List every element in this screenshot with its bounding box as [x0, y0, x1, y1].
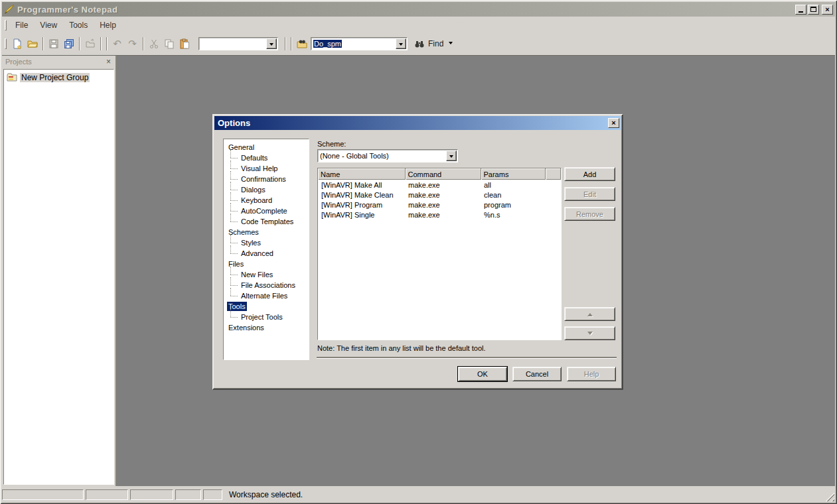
status-pane: [86, 489, 128, 500]
cancel-button[interactable]: Cancel: [512, 367, 562, 381]
tree-item-code-templates[interactable]: Code Templates: [224, 216, 309, 227]
ok-button[interactable]: OK: [458, 367, 507, 381]
table-row[interactable]: [WinAVR] Single make.exe %n.s: [318, 210, 561, 220]
close-icon: ×: [825, 6, 829, 13]
tree-item-autocomplete[interactable]: AutoComplete: [224, 206, 309, 216]
cell-command: make.exe: [405, 210, 481, 220]
file-combo[interactable]: [198, 37, 278, 50]
scheme-combo[interactable]: (None - Global Tools): [317, 149, 458, 162]
options-dialog-title: Options: [218, 118, 608, 128]
cell-params: program: [481, 200, 545, 210]
find-dropdown-button[interactable]: [446, 36, 455, 51]
tree-item-advanced[interactable]: Advanced: [224, 248, 309, 259]
tree-item-schemes[interactable]: Schemes: [224, 227, 309, 237]
tree-item-alternate-files[interactable]: Alternate Files: [224, 290, 309, 301]
tree-item-keyboard[interactable]: Keyboard: [224, 195, 309, 206]
cell-name: [WinAVR] Make All: [318, 180, 405, 190]
tree-item-confirmations[interactable]: Confirmations: [224, 174, 309, 184]
minimize-button[interactable]: [795, 5, 806, 15]
cell-params: all: [481, 180, 545, 190]
tree-item-tools[interactable]: Tools: [224, 301, 309, 312]
file-combo-dropdown-button[interactable]: [266, 38, 277, 49]
tree-item-extensions[interactable]: Extensions: [224, 322, 309, 333]
save-all-button[interactable]: [61, 36, 76, 51]
find-button-label[interactable]: Find: [428, 39, 443, 48]
save-all-icon: [64, 38, 74, 49]
project-group-icon: [7, 72, 17, 83]
toolbar-group-separator: [106, 37, 107, 50]
toolbar-separator: [143, 37, 143, 50]
find-in-files-button[interactable]: [294, 36, 309, 51]
project-group-item[interactable]: New Project Group: [5, 72, 112, 83]
tree-item-files[interactable]: Files: [224, 259, 309, 269]
new-file-button[interactable]: [9, 36, 25, 51]
cell-command: make.exe: [405, 190, 481, 200]
separator: [317, 357, 617, 358]
close-button[interactable]: ×: [822, 5, 833, 15]
close-folder-icon: [85, 38, 96, 49]
column-header-command[interactable]: Command: [405, 168, 481, 180]
paste-button[interactable]: [177, 36, 192, 51]
redo-button[interactable]: ↷: [125, 36, 140, 51]
cell-name: [WinAVR] Program: [318, 200, 405, 210]
copy-button[interactable]: [161, 36, 177, 51]
edit-button[interactable]: Edit: [564, 187, 615, 201]
move-down-button[interactable]: [564, 326, 615, 340]
new-file-icon: [12, 38, 23, 49]
column-header-params[interactable]: Params: [481, 168, 545, 180]
note-text: Note: The first item in any list will be…: [317, 344, 486, 352]
cell-name: [WinAVR] Single: [318, 210, 405, 220]
tree-item-general[interactable]: General: [224, 142, 309, 153]
find-combo[interactable]: Do_spm: [311, 37, 408, 50]
save-icon: [48, 38, 59, 49]
chevron-down-icon: [449, 155, 453, 160]
chevron-down-icon: [449, 42, 453, 46]
table-row[interactable]: [WinAVR] Make Clean make.exe clean: [318, 190, 561, 200]
maximize-button[interactable]: [808, 5, 819, 15]
status-pane: [175, 489, 201, 500]
app-window: Programmer's Notepad × File View Tools H…: [0, 0, 837, 504]
add-button[interactable]: Add: [564, 167, 615, 181]
options-dialog-titlebar[interactable]: Options ×: [214, 116, 621, 130]
menu-view[interactable]: View: [34, 19, 63, 32]
cut-button[interactable]: [146, 36, 161, 51]
tree-item-new-files[interactable]: New Files: [224, 269, 309, 280]
projects-panel-close-button[interactable]: ×: [105, 58, 112, 66]
tree-item-defaults[interactable]: Defaults: [224, 153, 309, 163]
tree-item-styles[interactable]: Styles: [224, 237, 309, 248]
tree-item-visual-help[interactable]: Visual Help: [224, 163, 309, 174]
projects-panel-header: Projects ×: [2, 56, 115, 68]
find-button[interactable]: [413, 36, 426, 51]
scheme-combo-dropdown-button[interactable]: [446, 151, 457, 161]
remove-button[interactable]: Remove: [564, 207, 615, 221]
toolbar-separator: [42, 37, 43, 50]
help-button[interactable]: Help: [567, 367, 616, 381]
redo-icon: ↷: [128, 39, 137, 49]
undo-button[interactable]: ↶: [110, 36, 125, 51]
cell-command: make.exe: [405, 200, 481, 210]
options-category-tree: General Defaults Visual Help Confirmatio…: [223, 139, 309, 360]
window-titlebar[interactable]: Programmer's Notepad ×: [2, 2, 835, 17]
resize-grip[interactable]: [826, 493, 834, 501]
tree-item-file-associations[interactable]: File Associations: [224, 280, 309, 290]
menu-tools[interactable]: Tools: [63, 19, 94, 32]
menu-help[interactable]: Help: [94, 19, 122, 32]
find-combo-dropdown-button[interactable]: [396, 38, 406, 49]
tree-item-project-tools[interactable]: Project Tools: [224, 312, 309, 322]
arrow-down-icon: [587, 332, 593, 338]
close-file-button[interactable]: [82, 36, 98, 51]
column-header-name[interactable]: Name: [318, 168, 405, 180]
menu-file[interactable]: File: [9, 19, 34, 32]
scheme-combo-value: (None - Global Tools): [318, 152, 445, 160]
menubar-grip[interactable]: [5, 20, 7, 31]
table-row[interactable]: [WinAVR] Program make.exe program: [318, 200, 561, 210]
project-group-label: New Project Group: [20, 73, 90, 82]
move-up-button[interactable]: [564, 307, 615, 321]
table-row[interactable]: [WinAVR] Make All make.exe all: [318, 180, 561, 190]
options-dialog-close-button[interactable]: ×: [608, 118, 619, 128]
toolbar-grip[interactable]: [5, 38, 7, 49]
tree-item-dialogs[interactable]: Dialogs: [224, 184, 309, 195]
open-file-button[interactable]: [25, 36, 40, 51]
save-button[interactable]: [46, 36, 61, 51]
chevron-down-icon: [399, 43, 403, 48]
